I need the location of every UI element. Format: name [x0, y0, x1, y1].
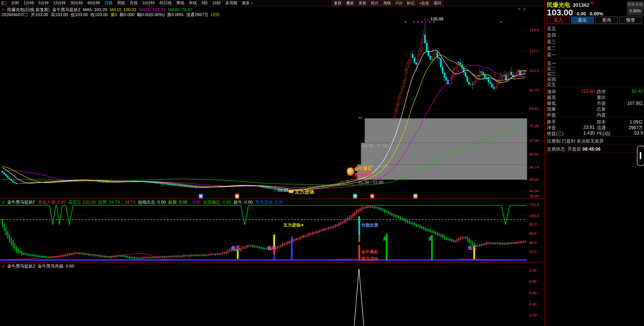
- signal-dots: [405, 21, 526, 71]
- main-axis-label: -92.70: [527, 88, 539, 92]
- stock-name: 民爆光电: [547, 2, 570, 8]
- info-cell: 123.60: [565, 89, 595, 94]
- panel2-header: ⊙金牛黑马捉妖2金牛黑马共振: 0.00: [2, 263, 77, 269]
- signal-badge-line2: 黑马启动: [354, 172, 372, 178]
- panel1-signal-label: 低买: [231, 245, 240, 251]
- main-axis-label: -113.3: [527, 49, 538, 53]
- panel2-axis-label: -0.60: [527, 291, 537, 295]
- panel1-header-item-3: 趋势: 34.74: [98, 200, 120, 205]
- panel2-axis-label: -0.20: [527, 313, 537, 317]
- divider: [545, 145, 644, 145]
- info-cell: 1.05亿: [612, 119, 643, 125]
- supply-zone-boxes: [357, 118, 527, 180]
- chart-corner-icons[interactable]: ⊞ ▤: [518, 7, 527, 11]
- info-cell: 总量: [597, 106, 614, 112]
- info-cell: 收益(三): [547, 131, 565, 137]
- registered-flag: R: [591, 1, 593, 5]
- panel1-header-item-5: 短线出击: 0.00: [138, 200, 166, 205]
- event-badge: 激: [235, 194, 239, 199]
- action-button-1[interactable]: 卖出: [571, 17, 594, 24]
- ask-row-2: 卖二: [547, 45, 556, 51]
- panel1-header-item-7: : 0.00: [190, 200, 201, 205]
- info-cell: 市值: [597, 100, 614, 106]
- divider: [545, 24, 644, 24]
- panel1-axis-label: -20.0: [527, 249, 537, 254]
- event-badge: 榜: [413, 194, 418, 199]
- signal-badge-line1: 金牛暴起: [354, 166, 372, 172]
- divider: [545, 153, 644, 153]
- panel1-axis-label: -80.0: [527, 222, 537, 226]
- divider: [545, 87, 644, 87]
- chart-annotation: ←39.23: [273, 188, 288, 193]
- ask-row-4: 卖四: [547, 32, 556, 38]
- main-axis-label: -44.34: [527, 189, 539, 193]
- side-tab-scrollbar[interactable]: [637, 146, 644, 166]
- panel1-axis-label: -40.0: [527, 240, 537, 245]
- collapse-icon[interactable]: ⊙: [2, 264, 5, 268]
- info-cell: 量比: [597, 94, 614, 101]
- panel1-header-item-0: 金牛黑马捉妖F: [7, 200, 35, 205]
- event-badge: 停: [353, 194, 357, 199]
- divider: [545, 117, 644, 117]
- divider: [545, 58, 644, 59]
- info-cell: 82.40: [612, 89, 643, 94]
- main-axis-label: -75.09: [527, 124, 539, 128]
- panel1-header: ⊙金牛黑马捉妖F资金入场: 2.87高卖Q: 120.00趋势: 34.74: …: [2, 199, 286, 205]
- panel1-axis-label: -100.0: [527, 213, 539, 218]
- panel2-header-item-1: 金牛黑马共振: 0.00: [38, 264, 74, 269]
- main-axis-label: -54.74: [527, 165, 539, 169]
- action-button-3[interactable]: 预警: [619, 17, 642, 24]
- panel1-plot: [0, 205, 527, 261]
- panel1-signal-label: 分批出货: [361, 222, 378, 228]
- main-axis-label: -124.6: [527, 28, 539, 32]
- info-cell: 跌停: [597, 89, 614, 95]
- panel1-signal-label: 低买: [267, 245, 276, 251]
- info-cell: 换手: [547, 119, 565, 125]
- price-change: 0.00: [577, 11, 586, 16]
- ask-row-3: 卖三: [547, 39, 556, 45]
- sector-name: 光学光电: [627, 2, 643, 7]
- price-change-pct: 0.00%: [590, 11, 603, 16]
- info-cell: 23.81: [565, 125, 595, 130]
- info-cell: 涨停: [547, 89, 565, 95]
- chart-canvas: [0, 0, 544, 326]
- main-axis-label: -49.26: [527, 177, 539, 182]
- action-button-2[interactable]: 查询: [595, 17, 618, 24]
- info-cell: 107.8亿: [612, 100, 643, 106]
- sector-quote-box[interactable]: 光学光电 0.00%: [627, 1, 643, 16]
- info-cell: PE(动): [597, 131, 614, 137]
- info-cell: 最高: [547, 94, 565, 101]
- panel-divider-2[interactable]: [0, 263, 544, 263]
- info-cell: 股本: [597, 119, 614, 125]
- panel1-header-item-9: 超牛: 0.00: [233, 200, 253, 205]
- stock-code: 301362: [573, 2, 589, 8]
- sector-change: 0.00%: [627, 9, 643, 13]
- panel1-axis-label: -60.0: [527, 231, 537, 236]
- panel1-axis-label: -120.0: [527, 202, 539, 207]
- main-axis-label: -67.58: [527, 138, 539, 143]
- panel1-header-item-8: 妖底确定: 0.00: [203, 200, 231, 205]
- panel1-signal-label: 低买: [468, 245, 476, 251]
- supply-zone-range-label: 64.78 - 77.10: [362, 144, 387, 149]
- panel-divider-1[interactable]: [0, 199, 544, 199]
- trading-status: 交易状态: 开盘前 08:45:06: [547, 146, 600, 152]
- seal-icon: [347, 167, 354, 176]
- panel1-signal-label: 黑马启动: [361, 256, 378, 262]
- main-axis-label: -103.0: [527, 69, 539, 73]
- collapse-icon[interactable]: ⊙: [2, 200, 5, 204]
- event-badge: 涨: [370, 194, 374, 199]
- action-button-0[interactable]: 买入: [547, 17, 570, 24]
- main-axis-label: -60.82: [527, 152, 539, 156]
- info-cell: 净资: [547, 125, 565, 131]
- info-cell: 最低: [547, 100, 565, 106]
- chart-annotation: ←130.88: [426, 17, 444, 22]
- trading-terminal: 分时1分钟5分钟15分钟30分钟60分钟日线周线月线10分钟45日线季线年线5秒…: [0, 0, 644, 326]
- main-axis-label: -83.43: [527, 106, 539, 111]
- listing-tags: 注册制 已盈利 表决权无差异: [547, 138, 604, 144]
- panel1-header-item-4: : 34.74: [122, 200, 135, 205]
- panel1-header-item-6: 妖股: 0.00: [168, 200, 188, 205]
- ask-row-5: 卖五: [547, 26, 556, 32]
- panel1-signal-label: 卖: [428, 236, 432, 242]
- panel1-signal-label: 主力进场★: [283, 222, 304, 228]
- panel2-plot: [354, 269, 364, 326]
